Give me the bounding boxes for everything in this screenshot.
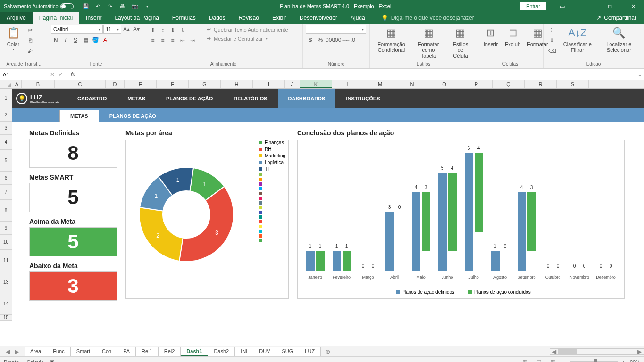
sort-filter-button[interactable]: A↓ZClassificar e Filtrar bbox=[559, 25, 596, 54]
fill-color-icon[interactable]: 🪣 bbox=[91, 35, 100, 45]
sheet-tab-LUZ[interactable]: LUZ bbox=[299, 347, 321, 356]
col-header-G[interactable]: G bbox=[189, 80, 221, 88]
row-header-9[interactable]: 9 bbox=[0, 222, 12, 235]
paste-button[interactable]: 📋 Colar ▾ bbox=[3, 25, 24, 52]
wrap-text-button[interactable]: ↩Quebrar Texto Automaticamente bbox=[204, 25, 291, 33]
align-middle-icon[interactable]: ↕ bbox=[158, 25, 167, 35]
sheet-tab-Con[interactable]: Con bbox=[96, 347, 117, 356]
col-header-Q[interactable]: Q bbox=[493, 80, 525, 88]
add-sheet-icon[interactable]: ⊕ bbox=[321, 348, 335, 355]
col-header-J[interactable]: J bbox=[285, 80, 300, 88]
delete-cells-button[interactable]: ⊟Excluir bbox=[502, 25, 523, 48]
col-header-S[interactable]: S bbox=[557, 80, 589, 88]
tab-data[interactable]: Dados bbox=[202, 12, 232, 24]
align-left-icon[interactable]: ≡ bbox=[148, 36, 158, 45]
col-header-K[interactable]: K bbox=[300, 80, 332, 88]
expand-formula-bar-icon[interactable]: ⌄ bbox=[635, 71, 644, 78]
page-layout-icon[interactable]: ▤ bbox=[534, 358, 544, 362]
zoom-level[interactable]: 90% bbox=[630, 359, 640, 362]
tellme-search[interactable]: 💡Diga-me o que você deseja fazer bbox=[381, 12, 474, 24]
maximize-icon[interactable]: ◻ bbox=[599, 0, 620, 12]
fx-icon[interactable]: fx bbox=[68, 71, 78, 78]
row-header-3[interactable]: 3 bbox=[0, 122, 12, 135]
insert-cells-button[interactable]: ⊞Inserir bbox=[480, 25, 501, 48]
row-header-14[interactable]: 14 bbox=[0, 293, 12, 315]
underline-icon[interactable]: S bbox=[71, 35, 80, 45]
row-header-2[interactable]: 2 bbox=[0, 108, 12, 122]
select-all-corner[interactable] bbox=[0, 80, 12, 88]
nav-planos de ação[interactable]: PLANOS DE AÇÃO bbox=[156, 89, 223, 108]
orientation-icon[interactable]: ⤹ bbox=[178, 25, 187, 35]
shrink-font-icon[interactable]: A▾ bbox=[132, 25, 141, 34]
row-header-15[interactable]: 15 bbox=[0, 315, 12, 321]
col-header-L[interactable]: L bbox=[332, 80, 364, 88]
col-header-I[interactable]: I bbox=[253, 80, 285, 88]
increase-indent-icon[interactable]: ⇥ bbox=[188, 36, 197, 45]
align-center-icon[interactable]: ≡ bbox=[158, 36, 167, 45]
col-header-P[interactable]: P bbox=[460, 80, 493, 88]
zoom-in-icon[interactable]: + bbox=[622, 359, 625, 362]
col-header-F[interactable]: F bbox=[157, 80, 189, 88]
conditional-formatting-button[interactable]: ▦Formatação Condicional bbox=[373, 25, 410, 54]
fill-icon[interactable]: ⬇ bbox=[547, 36, 557, 45]
col-header-E[interactable]: E bbox=[125, 80, 157, 88]
row-header-7[interactable]: 7 bbox=[0, 185, 12, 200]
sheet-tab-Dash1[interactable]: Dash1 bbox=[181, 347, 208, 356]
page-break-icon[interactable]: ▥ bbox=[548, 358, 558, 362]
col-header-R[interactable]: R bbox=[525, 80, 557, 88]
row-header-6[interactable]: 6 bbox=[0, 172, 12, 185]
grow-font-icon[interactable]: A▴ bbox=[122, 25, 131, 34]
row-header-11[interactable]: 11 bbox=[0, 250, 12, 272]
undo-icon[interactable]: ↶ bbox=[94, 2, 102, 10]
name-box[interactable]: A1▾ bbox=[0, 69, 45, 80]
share-button[interactable]: ↗Compartilhar bbox=[596, 12, 644, 24]
macro-record-icon[interactable]: ▣ bbox=[50, 359, 54, 362]
decrease-indent-icon[interactable]: ⇤ bbox=[178, 36, 187, 45]
tab-view[interactable]: Exibir bbox=[266, 12, 293, 24]
col-header-M[interactable]: M bbox=[364, 80, 396, 88]
align-bottom-icon[interactable]: ⬇ bbox=[168, 25, 177, 35]
enter-formula-icon[interactable]: ✓ bbox=[59, 71, 63, 78]
align-top-icon[interactable]: ⬆ bbox=[148, 25, 158, 35]
copy-icon[interactable]: ⎘ bbox=[25, 36, 35, 45]
tab-review[interactable]: Revisão bbox=[232, 12, 266, 24]
format-table-button[interactable]: ▦Formatar como Tabela bbox=[411, 25, 446, 59]
zoom-out-icon[interactable]: − bbox=[562, 359, 565, 362]
row-header-10[interactable]: 10 bbox=[0, 235, 12, 250]
nav-metas[interactable]: METAS bbox=[117, 89, 156, 108]
increase-decimal-icon[interactable]: .00→ bbox=[335, 35, 345, 45]
tab-file[interactable]: Arquivo bbox=[0, 12, 33, 24]
decrease-decimal-icon[interactable]: ←.0 bbox=[345, 35, 355, 45]
row-header-4[interactable]: 4 bbox=[0, 135, 12, 150]
minimize-icon[interactable]: — bbox=[575, 0, 597, 12]
col-header-N[interactable]: N bbox=[396, 80, 428, 88]
tab-insert[interactable]: Inserir bbox=[79, 12, 108, 24]
sheet-tab-Dash2[interactable]: Dash2 bbox=[208, 347, 235, 356]
bold-icon[interactable]: N bbox=[51, 35, 60, 45]
formula-input[interactable] bbox=[78, 72, 635, 77]
sheet-tab-SUG[interactable]: SUG bbox=[276, 347, 299, 356]
next-sheet-icon[interactable]: ▶ bbox=[13, 348, 21, 355]
autosum-icon[interactable]: Σ bbox=[547, 25, 557, 35]
subtab-metas[interactable]: METAS bbox=[59, 110, 99, 122]
signin-button[interactable]: Entrar bbox=[520, 2, 546, 10]
sheet-tab-INI[interactable]: INI bbox=[235, 347, 253, 356]
currency-icon[interactable]: $ bbox=[306, 35, 315, 45]
row-header-8[interactable]: 8 bbox=[0, 200, 12, 222]
nav-cadastro[interactable]: CADASTRO bbox=[67, 89, 117, 108]
tab-help[interactable]: Ajuda bbox=[344, 12, 372, 24]
tab-developer[interactable]: Desenvolvedor bbox=[293, 12, 344, 24]
cut-icon[interactable]: ✂ bbox=[25, 25, 35, 35]
font-color-icon[interactable]: A bbox=[100, 35, 110, 45]
tab-formulas[interactable]: Fórmulas bbox=[166, 12, 202, 24]
sheet-tab-Smart[interactable]: Smart bbox=[71, 347, 96, 356]
sheet-tab-Rel2[interactable]: Rel2 bbox=[159, 347, 181, 356]
percent-icon[interactable]: % bbox=[316, 35, 325, 45]
clear-icon[interactable]: ⌫ bbox=[547, 46, 557, 56]
font-name-combo[interactable]: Calibri▾ bbox=[51, 25, 103, 34]
camera-icon[interactable]: 📷 bbox=[131, 2, 139, 10]
italic-icon[interactable]: I bbox=[61, 35, 70, 45]
row-header-1[interactable]: 1 bbox=[0, 89, 12, 108]
border-icon[interactable]: ▦ bbox=[81, 35, 90, 45]
print-icon[interactable]: 🖶 bbox=[119, 2, 126, 10]
